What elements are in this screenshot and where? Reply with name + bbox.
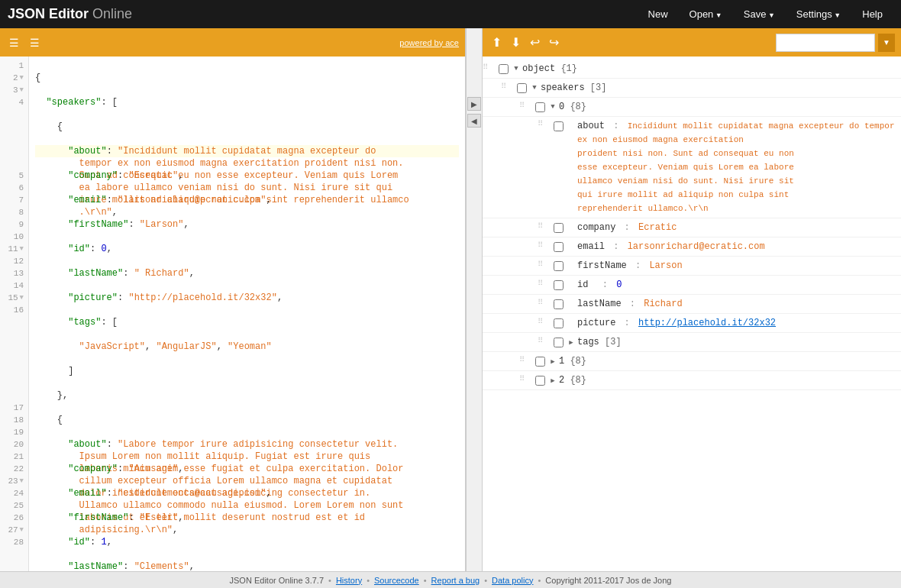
item0-checkbox[interactable] xyxy=(533,99,547,115)
picture-checkbox[interactable] xyxy=(551,315,565,331)
report-link[interactable]: Report a bug xyxy=(431,576,480,585)
expand-right-button[interactable]: ▶ xyxy=(467,97,481,111)
tree-content: ⠿ ▼ object {1} ⠿ ▼ speakers [3] xyxy=(483,57,901,571)
expand-left-button[interactable]: ◀ xyxy=(467,114,481,128)
item2-expand[interactable]: ▶ xyxy=(547,372,559,389)
format-icon-button[interactable]: ☰ xyxy=(27,35,43,50)
search-input[interactable] xyxy=(776,34,875,52)
firstname-no-expand xyxy=(565,257,577,274)
tree-speakers-row: ⠿ ▼ speakers [3] xyxy=(483,79,901,98)
right-toolbar: ⬆ ⬇ ↩ ↪ ▼ xyxy=(483,28,901,57)
fold-3[interactable]: ▼ xyxy=(20,86,24,94)
picture-no-expand xyxy=(565,315,577,331)
history-link[interactable]: History xyxy=(336,576,362,585)
fold-27[interactable]: ▼ xyxy=(20,526,24,534)
firstname-checkbox[interactable] xyxy=(551,257,565,274)
help-button[interactable]: Help xyxy=(851,4,893,24)
fold-11[interactable]: ▼ xyxy=(20,245,24,253)
pane-separator: ▶ ◀ xyxy=(466,28,483,571)
left-toolbar: ☰ ☰ powered by ace xyxy=(0,28,465,57)
about-no-expand xyxy=(565,118,577,134)
drag-handle: ⠿ xyxy=(538,238,551,250)
redo-button[interactable]: ↪ xyxy=(546,34,562,51)
code-content[interactable]: { "speakers": [ { "about": "Incididunt m… xyxy=(29,57,465,571)
collapse-all-button[interactable]: ⬇ xyxy=(508,34,524,51)
root-expand[interactable]: ▼ xyxy=(510,60,522,77)
fold-15[interactable]: ▼ xyxy=(20,294,24,302)
save-button[interactable]: Save xyxy=(733,4,786,24)
tree-email-row: ⠿ email : larsonrichard@ecratic.com xyxy=(483,237,901,257)
drag-handle: ⠿ xyxy=(519,99,533,110)
item0-content: 0 {8} xyxy=(559,99,901,115)
drag-handle: ⠿ xyxy=(538,118,551,128)
tags-expand[interactable]: ▶ xyxy=(565,334,577,351)
drag-handle: ⠿ xyxy=(483,60,496,72)
app-title: JSON Editor Online xyxy=(8,6,132,22)
tree-picture-row: ⠿ picture : http://placehold.it/32x32 xyxy=(483,314,901,333)
line-1: 1 xyxy=(0,60,28,72)
picture-content: picture : http://placehold.it/32x32 xyxy=(577,315,901,331)
settings-button[interactable]: Settings xyxy=(786,4,851,24)
search-prev-button[interactable]: ▼ xyxy=(878,34,895,52)
data-policy-link[interactable]: Data policy xyxy=(492,576,533,585)
drag-handle: ⠿ xyxy=(538,315,551,326)
email-checkbox[interactable] xyxy=(551,238,565,255)
open-button[interactable]: Open xyxy=(679,4,733,24)
left-pane: ☰ ☰ powered by ace 1 2 ▼ 3 ▼ 4 5 6 7 8 9… xyxy=(0,28,466,571)
speakers-checkbox[interactable] xyxy=(515,79,528,96)
id-no-expand xyxy=(565,276,577,293)
root-content: object {1} xyxy=(522,60,901,77)
new-button[interactable]: New xyxy=(638,4,679,24)
line-3: 3 ▼ xyxy=(0,84,28,96)
tags-content: tags [3] xyxy=(577,334,901,351)
tree-tags-row: ⠿ ▶ tags [3] xyxy=(483,333,901,352)
powered-by-link[interactable]: powered by ace xyxy=(399,38,459,47)
fold-23[interactable]: ▼ xyxy=(20,477,24,485)
item2-content: 2 {8} xyxy=(559,372,901,389)
drag-handle: ⠿ xyxy=(519,353,533,364)
speakers-expand[interactable]: ▼ xyxy=(528,79,541,96)
company-checkbox[interactable] xyxy=(551,219,565,236)
drag-handle: ⠿ xyxy=(538,219,551,231)
id-content: id : 0 xyxy=(577,276,901,293)
tree-firstname-row: ⠿ firstName : Larson xyxy=(483,257,901,276)
drag-handle: ⠿ xyxy=(538,276,551,288)
copyright-text: Copyright 2011-2017 Jos de Jong xyxy=(545,576,671,585)
undo-button[interactable]: ↩ xyxy=(527,34,543,51)
about-checkbox[interactable] xyxy=(551,118,565,134)
email-no-expand xyxy=(565,238,577,255)
search-box: ▼ xyxy=(776,34,895,52)
company-no-expand xyxy=(565,219,577,236)
tree-lastname-row: ⠿ lastName : Richard xyxy=(483,295,901,314)
menu-icon-button[interactable]: ☰ xyxy=(6,35,22,50)
line-numbers: 1 2 ▼ 3 ▼ 4 5 6 7 8 9 10 11 ▼ 12 13 14 1… xyxy=(0,57,29,571)
tree-item1-row: ⠿ ▶ 1 {8} xyxy=(483,352,901,371)
tags-checkbox[interactable] xyxy=(551,334,565,351)
lastname-content: lastName : Richard xyxy=(577,296,901,312)
main-layout: ☰ ☰ powered by ace 1 2 ▼ 3 ▼ 4 5 6 7 8 9… xyxy=(0,28,901,571)
tree-id-row: ⠿ id : 0 xyxy=(483,276,901,295)
tree-company-row: ⠿ company : Ecratic xyxy=(483,218,901,237)
expand-all-button[interactable]: ⬆ xyxy=(489,34,505,51)
item2-checkbox[interactable] xyxy=(533,372,547,389)
fold-2[interactable]: ▼ xyxy=(20,74,24,82)
id-checkbox[interactable] xyxy=(551,276,565,293)
sourcecode-link[interactable]: Sourcecode xyxy=(374,576,419,585)
firstname-content: firstName : Larson xyxy=(577,257,901,274)
code-area: 1 2 ▼ 3 ▼ 4 5 6 7 8 9 10 11 ▼ 12 13 14 1… xyxy=(0,57,465,571)
tree-item2-row: ⠿ ▶ 2 {8} xyxy=(483,371,901,390)
speakers-content: speakers [3] xyxy=(541,79,901,96)
line-2: 2 ▼ xyxy=(0,72,28,84)
lastname-checkbox[interactable] xyxy=(551,296,565,312)
item1-checkbox[interactable] xyxy=(533,353,547,370)
version-text: JSON Editor Online 3.7.7 xyxy=(230,576,325,585)
about-content: about : Incididunt mollit cupidatat magn… xyxy=(577,118,901,217)
drag-handle: ⠿ xyxy=(538,296,551,307)
status-bar: JSON Editor Online 3.7.7 • History • Sou… xyxy=(0,571,901,588)
root-checkbox[interactable] xyxy=(496,60,510,77)
item1-expand[interactable]: ▶ xyxy=(547,353,559,370)
item0-expand[interactable]: ▼ xyxy=(547,99,559,115)
top-navigation: JSON Editor Online New Open Save Setting… xyxy=(0,0,901,28)
drag-handle: ⠿ xyxy=(501,79,515,91)
tree-item0-row: ⠿ ▼ 0 {8} xyxy=(483,98,901,117)
